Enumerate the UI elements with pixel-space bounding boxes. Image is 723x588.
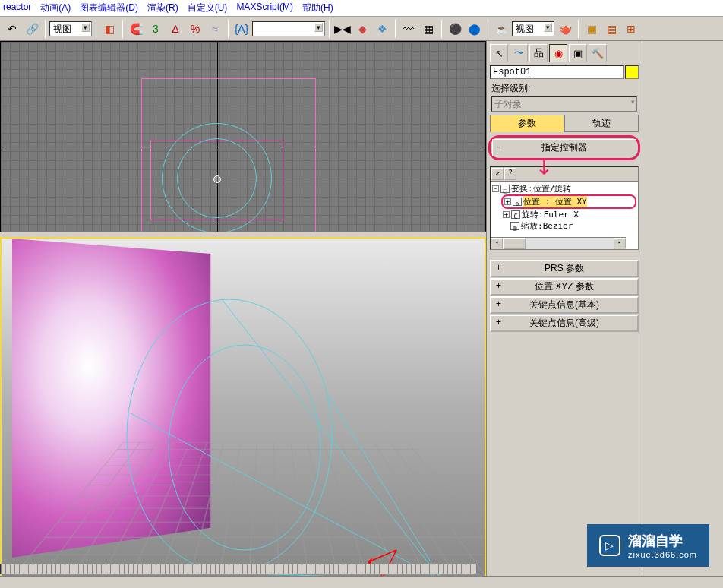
menu-rendering[interactable]: 渲染(R) [147,2,178,14]
command-panel-tabs: ↖ 〜 品 ◉ ▣ 🔨 [488,43,640,64]
watermark-url: zixue.3d66.com [628,550,697,559]
display-tab-icon[interactable]: ▣ [569,44,587,62]
menu-customize[interactable]: 自定义(U) [188,2,228,14]
mode-tabs: 参数 轨迹 [490,115,639,132]
expand-icon: + [496,299,501,309]
controller-tree: ↙ ? - ⬚ 变换 : 位置/旋转 + ⊕ 位置 : 位置 XY [490,166,639,250]
status-bar [0,576,723,588]
schematic-view-icon[interactable]: ▦ [419,20,437,38]
top-viewport[interactable] [0,41,486,232]
expand-icon: + [496,280,501,291]
scroll-left-icon[interactable]: ◂ [491,238,503,248]
main-toolbar: ↶ 🔗 视图 ◧ 🧲 3 ∆ % ≈ {A} ▶◀ ◆ ❖ 〰 ▦ ⚫ ⬤ ☕ … [0,17,723,41]
assign-controller-rollout[interactable]: - 指定控制器 [492,139,636,156]
material-editor-2-icon[interactable]: ⬤ [466,20,484,38]
scale-icon: ▥ [510,222,519,230]
selection-level-label: 选择级别: [488,81,640,96]
hierarchy-tab-icon[interactable]: 品 [529,44,548,62]
mirror-icon[interactable]: ▶◀ [333,20,352,38]
menu-animation[interactable]: 动画(A) [40,2,71,14]
rotation-icon: C [511,210,520,219]
transform-icon: ⬚ [500,185,510,193]
svg-line-8 [370,550,396,561]
viewports-area [0,41,486,579]
named-selection-dropdown[interactable] [252,21,325,36]
callout-assign-controller: - 指定控制器 [488,135,640,160]
view-dropdown[interactable]: 视图 [49,21,92,36]
align-icon[interactable]: ◆ [353,20,371,38]
menu-maxscript[interactable]: MAXScript(M) [236,2,293,14]
params-tab[interactable]: 参数 [490,115,564,132]
assign-controller-icon[interactable]: ↙ [491,168,504,180]
percent-snap-icon[interactable]: ∆ [166,20,185,38]
menu-graph-editors[interactable]: 图表编辑器(D) [80,2,138,14]
menu-help[interactable]: 帮助(H) [302,2,333,14]
undo-icon[interactable]: ↶ [3,20,21,38]
expand-icon[interactable]: - [492,185,499,192]
object-name-field[interactable]: Fspot01 [490,65,624,79]
svg-point-0 [127,299,332,573]
tree-h-scrollbar[interactable]: ◂ ▸ [491,237,626,249]
layers-icon[interactable]: ❖ [373,20,391,38]
controller-props-icon[interactable]: ? [504,168,516,180]
right-strip [642,41,723,579]
prs-params-rollout[interactable]: + PRS 参数 [490,260,639,277]
menu-bar: reactor 动画(A) 图表编辑器(D) 渲染(R) 自定义(U) MAXS… [0,0,723,17]
spinner-snap-icon[interactable]: % [186,20,204,38]
tree-row-position[interactable]: + ⊕ 位置 : 位置 XY [501,194,636,209]
snap-toggle-icon[interactable]: 🧲 [127,20,145,38]
reactor-plane-icon[interactable]: ▤ [602,20,620,38]
tree-row-transform[interactable]: - ⬚ 变换 : 位置/旋转 [492,183,636,194]
snap-options-icon[interactable]: ≈ [206,20,224,38]
track-tab[interactable]: 轨迹 [564,115,639,132]
angle-snap-icon[interactable]: 3 [147,20,165,38]
tree-row-rotation[interactable]: + C 旋转 : Euler X [492,209,636,220]
expand-icon[interactable]: + [503,211,510,218]
svg-line-5 [328,394,442,579]
menu-reactor[interactable]: reactor [3,2,31,14]
modify-tab-icon[interactable]: 〜 [510,44,528,62]
utilities-tab-icon[interactable]: 🔨 [589,44,607,62]
link-icon[interactable]: 🔗 [23,20,41,38]
watermark: ▷ 溜溜自学 zixue.3d66.com [587,524,709,567]
collapse-icon: - [497,141,500,152]
scroll-thumb[interactable] [503,238,526,249]
reactor-box-icon[interactable]: ▣ [583,20,601,38]
curve-editor-icon[interactable]: 〰 [399,20,418,38]
reactor-tool-icon[interactable]: ⊞ [622,20,640,38]
tree-row-scale[interactable]: ▥ 缩放 : Bezier [492,220,636,232]
expand-icon: + [496,317,501,327]
play-icon: ▷ [599,535,620,556]
command-panel: ↖ 〜 品 ◉ ▣ 🔨 Fspot01 选择级别: 子对象 参数 轨迹 - 指定… [486,41,642,579]
render-icon[interactable]: 🫖 [556,20,574,38]
render-view-dropdown[interactable]: 视图 [512,21,554,36]
motion-tab-icon[interactable]: ◉ [549,44,567,62]
svg-point-1 [169,345,320,550]
scroll-right-icon[interactable]: ▸ [614,238,626,248]
material-editor-icon[interactable]: ⚫ [446,20,464,38]
expand-icon: + [496,262,501,273]
position-icon: ⊕ [513,198,522,206]
parameter-rollouts: + PRS 参数 + 位置 XYZ 参数 + 关键点信息(基本) + 关键点信息… [488,259,640,333]
window-crossing-icon[interactable]: ◧ [100,20,118,38]
watermark-title: 溜溜自学 [628,532,697,550]
spotlight-cone-wireframe [115,277,450,579]
sub-object-dropdown[interactable]: 子对象 [491,96,637,112]
key-info-advanced-rollout[interactable]: + 关键点信息(高级) [490,315,639,332]
render-setup-icon[interactable]: ☕ [492,20,510,38]
timeline-ruler[interactable] [0,564,477,574]
position-xyz-rollout[interactable]: + 位置 XYZ 参数 [490,278,639,296]
expand-icon[interactable]: + [504,198,511,205]
named-selection-icon[interactable]: {A} [232,20,251,38]
object-color-swatch[interactable] [625,65,639,79]
key-info-basic-rollout[interactable]: + 关键点信息(基本) [490,296,639,314]
perspective-viewport[interactable] [0,237,486,579]
create-tab-icon[interactable]: ↖ [490,44,508,62]
target-marker [213,175,221,183]
